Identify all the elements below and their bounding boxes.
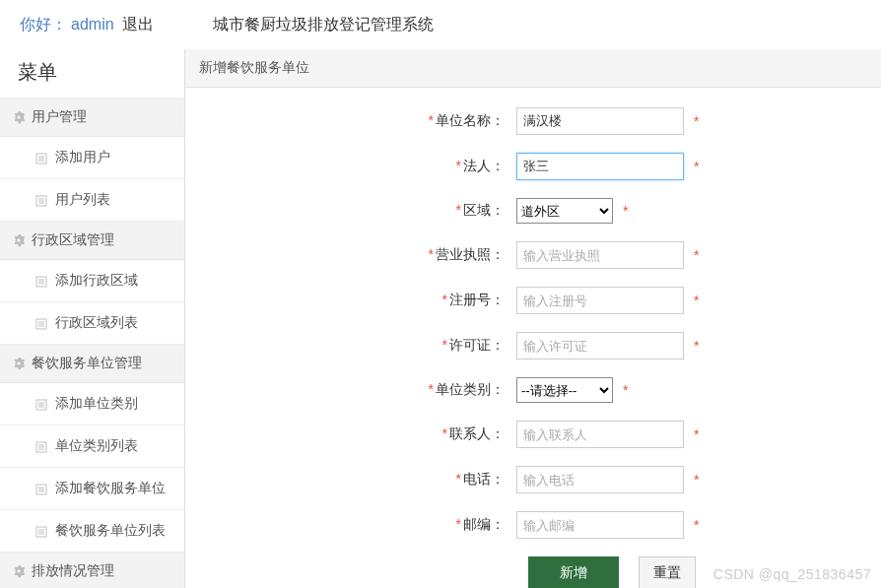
required-star: * [429,381,434,397]
sidebar-group-regions[interactable]: 行政区域管理 [0,222,184,260]
contact-input[interactable] [516,421,684,448]
required-star: * [694,517,699,533]
required-star: * [442,425,447,441]
required-star: * [456,471,461,487]
list-icon [35,275,47,287]
sidebar-item-label: 餐饮服务单位列表 [55,522,166,540]
list-icon [35,483,47,494]
required-star: * [694,293,699,308]
required-star: * [456,516,461,532]
sidebar-group-label: 排放情况管理 [32,562,114,580]
region-select[interactable]: 道外区 [516,198,613,224]
list-icon [35,152,47,163]
gear-icon [12,233,26,247]
sidebar-group-emissions[interactable]: 排放情况管理 [0,553,184,588]
sidebar: 菜单 用户管理 添加用户 用户列表 行政区域管理 添加行政区域 行政区域列表 [0,49,185,588]
legal-input[interactable] [516,153,684,180]
license-input[interactable] [516,241,684,269]
required-star: * [694,113,699,129]
panel-title: 新增餐饮服务单位 [185,49,881,88]
sidebar-item-add-category[interactable]: 添加单位类别 [0,383,184,425]
required-star: * [429,246,434,262]
system-title: 城市餐厨垃圾排放登记管理系统 [213,15,434,35]
sidebar-group-users[interactable]: 用户管理 [0,98,184,137]
license-label: 营业执照： [436,246,505,262]
sidebar-item-region-list[interactable]: 行政区域列表 [0,302,184,345]
sidebar-item-category-list[interactable]: 单位类别列表 [0,425,184,468]
reg-label: 注册号： [449,292,505,307]
unit-name-input[interactable] [516,107,684,135]
category-label: 单位类别： [436,381,505,397]
gear-icon [12,564,26,578]
sidebar-group-catering[interactable]: 餐饮服务单位管理 [0,345,184,383]
required-star: * [623,203,628,219]
reset-button[interactable]: 重置 [639,556,696,588]
required-star: * [623,382,628,398]
sidebar-item-label: 添加单位类别 [55,395,138,413]
sidebar-group-label: 餐饮服务单位管理 [32,355,142,372]
sidebar-item-add-user[interactable]: 添加用户 [0,137,184,179]
list-icon [35,440,47,452]
sidebar-item-add-region[interactable]: 添加行政区域 [0,260,184,302]
sidebar-item-label: 添加行政区域 [55,272,138,290]
sidebar-item-user-list[interactable]: 用户列表 [0,179,184,222]
phone-label: 电话： [463,471,505,487]
sidebar-item-label: 添加餐饮服务单位 [55,480,166,497]
list-icon [35,317,47,329]
sidebar-item-label: 添加用户 [55,149,110,166]
sidebar-item-label: 单位类别列表 [55,437,138,455]
submit-button[interactable]: 新增 [528,556,619,588]
gear-icon [12,110,26,124]
required-star: * [442,292,447,307]
list-icon [35,398,47,410]
sidebar-item-add-catering-unit[interactable]: 添加餐饮服务单位 [0,468,184,510]
permit-input[interactable] [516,332,684,359]
top-bar: 你好： admin 退出 城市餐厨垃圾排放登记管理系统 [0,0,881,49]
main-panel: 新增餐饮服务单位 *单位名称： * *法人： * *区域： 道外区 * [185,49,881,588]
region-label: 区域： [463,202,505,218]
required-star: * [694,338,699,354]
required-star: * [456,158,461,173]
gear-icon [12,357,26,370]
menu-header: 菜单 [0,49,184,98]
list-icon [35,525,47,537]
category-select[interactable]: --请选择-- [516,377,613,403]
required-star: * [429,112,434,128]
sidebar-item-catering-unit-list[interactable]: 餐饮服务单位列表 [0,510,184,553]
required-star: * [442,337,447,353]
required-star: * [694,426,699,442]
form-area: *单位名称： * *法人： * *区域： 道外区 * *营业执照： * [185,88,881,588]
required-star: * [694,159,699,174]
zip-input[interactable] [516,511,684,539]
contact-label: 联系人： [449,425,505,441]
sidebar-group-label: 行政区域管理 [32,231,114,249]
logout-link[interactable]: 退出 [122,15,154,35]
reg-input[interactable] [516,287,684,314]
legal-label: 法人： [463,158,505,173]
zip-label: 邮编： [463,516,505,532]
required-star: * [694,247,699,263]
greeting-text: 你好： [20,15,67,35]
username-link[interactable]: admin [71,16,114,33]
permit-label: 许可证： [449,337,505,353]
sidebar-item-label: 行政区域列表 [55,314,138,332]
list-icon [35,194,47,206]
watermark: CSDN @qq_251836457 [713,566,871,582]
sidebar-group-label: 用户管理 [32,108,87,126]
unit-name-label: 单位名称： [436,112,505,128]
phone-input[interactable] [516,466,684,493]
sidebar-item-label: 用户列表 [55,191,110,209]
required-star: * [456,202,461,218]
required-star: * [694,472,699,488]
